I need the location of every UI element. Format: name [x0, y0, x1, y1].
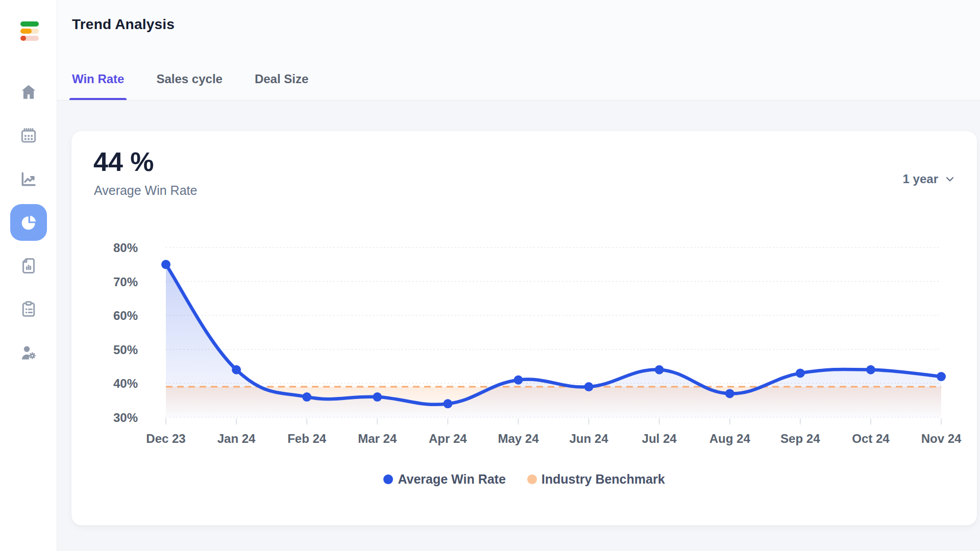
period-selector-label: 1 year	[903, 172, 938, 186]
data-point	[866, 365, 875, 374]
tab-bar: Win Rate Sales cycle Deal Size	[72, 72, 308, 100]
logo-bar-red	[20, 36, 39, 41]
sidebar-item-home[interactable]	[10, 74, 47, 111]
sidebar-item-calendar[interactable]	[10, 117, 47, 154]
chart-legend: Average Win RateIndustry Benchmark	[71, 472, 977, 487]
data-point	[513, 375, 523, 385]
home-icon	[19, 83, 38, 102]
data-point	[937, 372, 946, 381]
x-axis: Dec 23Jan 24Feb 24Mar 24Apr 24May 24Jun …	[146, 418, 962, 445]
report-icon	[19, 256, 38, 276]
svg-text:Feb 24: Feb 24	[287, 432, 327, 445]
sidebar-item-reports[interactable]	[10, 247, 47, 284]
chevron-down-icon	[944, 173, 955, 185]
win-rate-card: 44 % Average Win Rate 1 year 80%70%60%50…	[71, 131, 977, 525]
legend-item-average-win-rate[interactable]: Average Win Rate	[383, 472, 505, 487]
page-header: Trend Analysis Win Rate Sales cycle Deal…	[57, 0, 980, 101]
svg-text:80%: 80%	[113, 241, 138, 255]
sidebar-item-trends[interactable]	[10, 204, 47, 241]
svg-text:40%: 40%	[113, 377, 138, 390]
svg-text:70%: 70%	[113, 275, 138, 289]
data-point	[796, 368, 805, 378]
tab-sales-cycle[interactable]: Sales cycle	[154, 72, 225, 100]
legend-item-industry-benchmark[interactable]: Industry Benchmark	[527, 472, 665, 487]
tab-win-rate[interactable]: Win Rate	[69, 72, 127, 100]
sidebar-item-user-settings[interactable]	[10, 334, 47, 371]
svg-text:30%: 30%	[113, 411, 138, 424]
average-win-rate-value: 44 %	[93, 146, 154, 177]
svg-text:Dec 23: Dec 23	[146, 432, 185, 445]
logo-bar-amber	[20, 29, 39, 34]
svg-text:Sep 24: Sep 24	[780, 432, 820, 445]
svg-text:Jul 24: Jul 24	[642, 432, 677, 445]
data-point	[655, 365, 664, 374]
data-point	[373, 392, 382, 402]
svg-text:Oct 24: Oct 24	[852, 432, 890, 445]
logo-bar-green	[20, 21, 39, 27]
legend-dot	[527, 474, 537, 484]
svg-text:Jun 24: Jun 24	[570, 432, 609, 445]
data-point	[161, 260, 170, 269]
svg-text:Mar 24: Mar 24	[358, 432, 397, 445]
sidebar-item-analytics[interactable]	[10, 161, 47, 197]
data-point	[725, 389, 734, 398]
legend-label: Average Win Rate	[398, 472, 505, 487]
legend-label: Industry Benchmark	[542, 472, 665, 487]
svg-text:Nov 24: Nov 24	[921, 432, 962, 445]
svg-text:May 24: May 24	[498, 432, 539, 445]
svg-text:Jan 24: Jan 24	[217, 432, 256, 445]
sidebar	[0, 0, 57, 551]
svg-text:Apr 24: Apr 24	[429, 432, 467, 445]
average-win-rate-label: Average Win Rate	[94, 183, 197, 198]
line-chart-icon	[19, 169, 38, 189]
data-point	[584, 382, 594, 391]
data-point	[443, 399, 452, 408]
svg-text:50%: 50%	[113, 343, 138, 357]
page-title: Trend Analysis	[72, 16, 175, 33]
clipboard-icon	[19, 299, 38, 319]
data-point	[302, 392, 311, 402]
sidebar-item-tasks[interactable]	[10, 291, 47, 328]
user-settings-icon	[19, 343, 38, 362]
svg-text:Aug 24: Aug 24	[709, 432, 751, 445]
app-logo[interactable]	[20, 21, 39, 43]
tab-deal-size[interactable]: Deal Size	[252, 72, 311, 100]
calendar-icon	[19, 126, 38, 145]
pie-chart-icon	[19, 213, 38, 232]
data-point	[232, 365, 241, 374]
main-content: Trend Analysis Win Rate Sales cycle Deal…	[57, 0, 980, 551]
period-selector[interactable]: 1 year	[903, 172, 955, 186]
win-rate-trend-chart: 80%70%60%50%40%30%Dec 23Jan 24Feb 24Mar …	[71, 208, 977, 453]
svg-text:60%: 60%	[113, 309, 138, 322]
legend-dot	[383, 474, 393, 484]
